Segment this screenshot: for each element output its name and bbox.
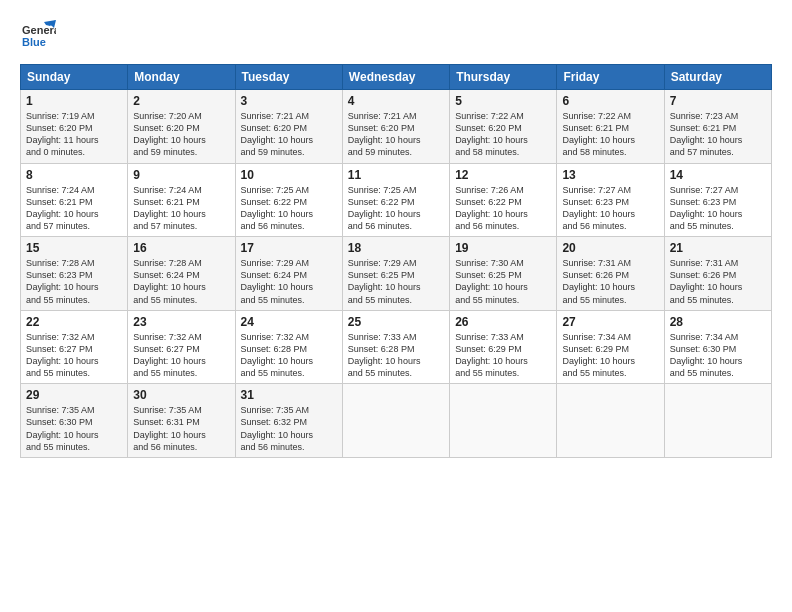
day-cell-14: 14Sunrise: 7:27 AMSunset: 6:23 PMDayligh…	[664, 163, 771, 237]
day-number: 25	[348, 315, 444, 329]
day-info: Sunrise: 7:35 AMSunset: 6:32 PMDaylight:…	[241, 404, 337, 453]
header: General Blue	[20, 18, 772, 54]
day-cell-24: 24Sunrise: 7:32 AMSunset: 6:28 PMDayligh…	[235, 310, 342, 384]
day-info: Sunrise: 7:23 AMSunset: 6:21 PMDaylight:…	[670, 110, 766, 159]
day-cell-10: 10Sunrise: 7:25 AMSunset: 6:22 PMDayligh…	[235, 163, 342, 237]
empty-cell	[342, 384, 449, 458]
day-cell-2: 2Sunrise: 7:20 AMSunset: 6:20 PMDaylight…	[128, 90, 235, 164]
calendar-table: SundayMondayTuesdayWednesdayThursdayFrid…	[20, 64, 772, 458]
day-info: Sunrise: 7:20 AMSunset: 6:20 PMDaylight:…	[133, 110, 229, 159]
day-cell-12: 12Sunrise: 7:26 AMSunset: 6:22 PMDayligh…	[450, 163, 557, 237]
day-info: Sunrise: 7:32 AMSunset: 6:28 PMDaylight:…	[241, 331, 337, 380]
day-number: 21	[670, 241, 766, 255]
day-number: 26	[455, 315, 551, 329]
day-info: Sunrise: 7:28 AMSunset: 6:24 PMDaylight:…	[133, 257, 229, 306]
svg-text:General: General	[22, 24, 56, 36]
day-number: 6	[562, 94, 658, 108]
day-cell-9: 9Sunrise: 7:24 AMSunset: 6:21 PMDaylight…	[128, 163, 235, 237]
day-info: Sunrise: 7:34 AMSunset: 6:30 PMDaylight:…	[670, 331, 766, 380]
day-info: Sunrise: 7:21 AMSunset: 6:20 PMDaylight:…	[348, 110, 444, 159]
day-cell-6: 6Sunrise: 7:22 AMSunset: 6:21 PMDaylight…	[557, 90, 664, 164]
day-info: Sunrise: 7:33 AMSunset: 6:28 PMDaylight:…	[348, 331, 444, 380]
empty-cell	[450, 384, 557, 458]
day-number: 2	[133, 94, 229, 108]
calendar-body: 1Sunrise: 7:19 AMSunset: 6:20 PMDaylight…	[21, 90, 772, 458]
day-cell-22: 22Sunrise: 7:32 AMSunset: 6:27 PMDayligh…	[21, 310, 128, 384]
day-info: Sunrise: 7:22 AMSunset: 6:21 PMDaylight:…	[562, 110, 658, 159]
day-cell-31: 31Sunrise: 7:35 AMSunset: 6:32 PMDayligh…	[235, 384, 342, 458]
day-info: Sunrise: 7:21 AMSunset: 6:20 PMDaylight:…	[241, 110, 337, 159]
day-number: 9	[133, 168, 229, 182]
dow-header-tuesday: Tuesday	[235, 65, 342, 90]
day-number: 20	[562, 241, 658, 255]
day-info: Sunrise: 7:29 AMSunset: 6:25 PMDaylight:…	[348, 257, 444, 306]
day-cell-29: 29Sunrise: 7:35 AMSunset: 6:30 PMDayligh…	[21, 384, 128, 458]
day-info: Sunrise: 7:28 AMSunset: 6:23 PMDaylight:…	[26, 257, 122, 306]
dow-header-monday: Monday	[128, 65, 235, 90]
dow-header-thursday: Thursday	[450, 65, 557, 90]
week-row-1: 1Sunrise: 7:19 AMSunset: 6:20 PMDaylight…	[21, 90, 772, 164]
day-info: Sunrise: 7:34 AMSunset: 6:29 PMDaylight:…	[562, 331, 658, 380]
day-number: 11	[348, 168, 444, 182]
day-info: Sunrise: 7:33 AMSunset: 6:29 PMDaylight:…	[455, 331, 551, 380]
day-info: Sunrise: 7:30 AMSunset: 6:25 PMDaylight:…	[455, 257, 551, 306]
day-number: 15	[26, 241, 122, 255]
day-number: 8	[26, 168, 122, 182]
day-number: 27	[562, 315, 658, 329]
dow-header-sunday: Sunday	[21, 65, 128, 90]
day-info: Sunrise: 7:29 AMSunset: 6:24 PMDaylight:…	[241, 257, 337, 306]
day-info: Sunrise: 7:25 AMSunset: 6:22 PMDaylight:…	[241, 184, 337, 233]
day-info: Sunrise: 7:31 AMSunset: 6:26 PMDaylight:…	[670, 257, 766, 306]
dow-header-friday: Friday	[557, 65, 664, 90]
day-info: Sunrise: 7:22 AMSunset: 6:20 PMDaylight:…	[455, 110, 551, 159]
days-of-week-row: SundayMondayTuesdayWednesdayThursdayFrid…	[21, 65, 772, 90]
day-info: Sunrise: 7:24 AMSunset: 6:21 PMDaylight:…	[133, 184, 229, 233]
day-info: Sunrise: 7:26 AMSunset: 6:22 PMDaylight:…	[455, 184, 551, 233]
day-cell-13: 13Sunrise: 7:27 AMSunset: 6:23 PMDayligh…	[557, 163, 664, 237]
day-number: 16	[133, 241, 229, 255]
day-number: 1	[26, 94, 122, 108]
day-cell-27: 27Sunrise: 7:34 AMSunset: 6:29 PMDayligh…	[557, 310, 664, 384]
day-number: 18	[348, 241, 444, 255]
day-info: Sunrise: 7:31 AMSunset: 6:26 PMDaylight:…	[562, 257, 658, 306]
logo-icon: General Blue	[20, 18, 56, 54]
day-cell-15: 15Sunrise: 7:28 AMSunset: 6:23 PMDayligh…	[21, 237, 128, 311]
day-info: Sunrise: 7:32 AMSunset: 6:27 PMDaylight:…	[26, 331, 122, 380]
day-cell-20: 20Sunrise: 7:31 AMSunset: 6:26 PMDayligh…	[557, 237, 664, 311]
day-number: 23	[133, 315, 229, 329]
day-number: 5	[455, 94, 551, 108]
day-cell-11: 11Sunrise: 7:25 AMSunset: 6:22 PMDayligh…	[342, 163, 449, 237]
empty-cell	[557, 384, 664, 458]
day-number: 29	[26, 388, 122, 402]
day-cell-16: 16Sunrise: 7:28 AMSunset: 6:24 PMDayligh…	[128, 237, 235, 311]
day-number: 4	[348, 94, 444, 108]
day-number: 19	[455, 241, 551, 255]
day-number: 17	[241, 241, 337, 255]
day-number: 10	[241, 168, 337, 182]
logo: General Blue	[20, 18, 56, 54]
week-row-5: 29Sunrise: 7:35 AMSunset: 6:30 PMDayligh…	[21, 384, 772, 458]
day-number: 13	[562, 168, 658, 182]
dow-header-wednesday: Wednesday	[342, 65, 449, 90]
empty-cell	[664, 384, 771, 458]
day-cell-19: 19Sunrise: 7:30 AMSunset: 6:25 PMDayligh…	[450, 237, 557, 311]
day-cell-25: 25Sunrise: 7:33 AMSunset: 6:28 PMDayligh…	[342, 310, 449, 384]
day-cell-17: 17Sunrise: 7:29 AMSunset: 6:24 PMDayligh…	[235, 237, 342, 311]
day-cell-28: 28Sunrise: 7:34 AMSunset: 6:30 PMDayligh…	[664, 310, 771, 384]
day-info: Sunrise: 7:32 AMSunset: 6:27 PMDaylight:…	[133, 331, 229, 380]
day-number: 24	[241, 315, 337, 329]
day-info: Sunrise: 7:25 AMSunset: 6:22 PMDaylight:…	[348, 184, 444, 233]
day-number: 7	[670, 94, 766, 108]
day-info: Sunrise: 7:35 AMSunset: 6:31 PMDaylight:…	[133, 404, 229, 453]
day-cell-4: 4Sunrise: 7:21 AMSunset: 6:20 PMDaylight…	[342, 90, 449, 164]
calendar-page: General Blue SundayMondayTuesdayWednesda…	[0, 0, 792, 612]
day-number: 28	[670, 315, 766, 329]
day-number: 31	[241, 388, 337, 402]
svg-text:Blue: Blue	[22, 36, 46, 48]
day-cell-3: 3Sunrise: 7:21 AMSunset: 6:20 PMDaylight…	[235, 90, 342, 164]
week-row-2: 8Sunrise: 7:24 AMSunset: 6:21 PMDaylight…	[21, 163, 772, 237]
day-info: Sunrise: 7:24 AMSunset: 6:21 PMDaylight:…	[26, 184, 122, 233]
day-info: Sunrise: 7:27 AMSunset: 6:23 PMDaylight:…	[670, 184, 766, 233]
day-number: 12	[455, 168, 551, 182]
day-cell-18: 18Sunrise: 7:29 AMSunset: 6:25 PMDayligh…	[342, 237, 449, 311]
